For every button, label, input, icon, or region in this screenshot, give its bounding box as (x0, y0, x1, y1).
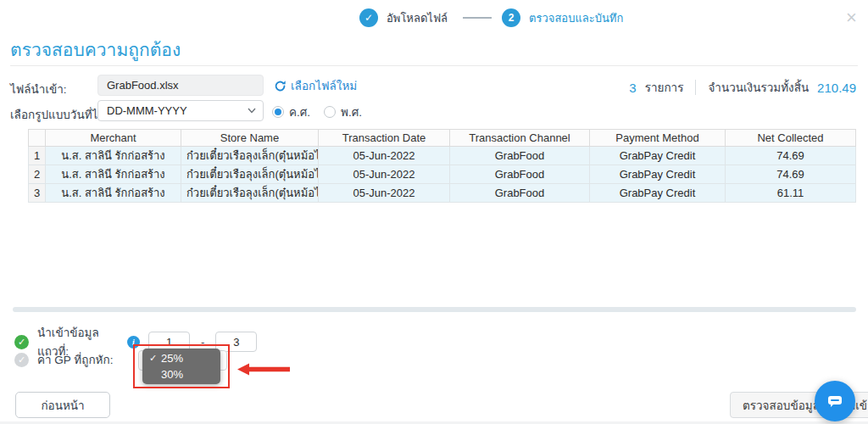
radio-era-ad-label: ค.ศ. (289, 103, 310, 121)
cell-row-number: 2 (29, 165, 46, 184)
radio-era-be-label: พ.ศ. (341, 103, 362, 121)
cell-merchant: น.ส. สาลินี รักก่อสร้าง (46, 184, 181, 203)
step1-done-circle: ✓ (359, 8, 378, 27)
cell-merchant: น.ส. สาลินี รักก่อสร้าง (46, 165, 181, 184)
cell-transaction-date: 05-Jun-2022 (319, 184, 450, 203)
transactions-table: Merchant Store Name Transaction Date Tra… (28, 129, 856, 203)
col-store-name: Store Name (181, 130, 319, 147)
cell-payment-method: GrabPay Credit (590, 147, 726, 165)
file-name-field[interactable]: GrabFood.xlsx (97, 75, 264, 96)
chevron-down-icon (248, 108, 256, 114)
choose-new-file-link[interactable]: เลือกไฟล์ใหม่ (274, 76, 357, 95)
cell-transaction-date: 05-Jun-2022 (319, 165, 450, 184)
green-check-icon: ✓ (14, 335, 29, 349)
radio-era-be[interactable]: พ.ศ. (324, 103, 362, 121)
choose-new-file-label: เลือกไฟล์ใหม่ (291, 76, 357, 95)
import-verify-modal: ✓ อัพโหลดไฟล์ 2 ตรวจสอบและบันทึก × ตรวจส… (0, 0, 868, 424)
cell-net-collected: 61.11 (726, 184, 856, 203)
cell-store-name: ก๋วยเตี๋ยวเรือลุงเล็ก(ตุ๋นหม้อไฟ) - ตล (181, 147, 319, 165)
cell-store-name: ก๋วยเตี๋ยวเรือลุงเล็ก(ตุ๋นหม้อไฟ) - ตล (181, 165, 319, 184)
gp-option-25-label: 25% (161, 352, 183, 365)
gp-fee-label: ค่า GP ที่ถูกหัก: (37, 350, 119, 369)
file-label: ไฟล์นำเข้า: (10, 80, 67, 98)
table-header-row: Merchant Store Name Transaction Date Tra… (29, 130, 856, 147)
annotation-arrow-icon (237, 363, 290, 379)
summary-bar: 3 รายการ จำนวนเงินรวมทั้งสิ้น 210.49 (629, 78, 856, 97)
stepper: ✓ อัพโหลดไฟล์ 2 ตรวจสอบและบันทึก (359, 8, 628, 27)
col-row-number (29, 130, 46, 147)
gray-check-icon: ✓ (14, 353, 29, 367)
cell-transaction-channel: GrabFood (450, 147, 590, 165)
cell-row-number: 3 (29, 184, 46, 203)
page-title: ตรวจสอบความถูกต้อง (10, 36, 181, 64)
cell-merchant: น.ส. สาลินี รักก่อสร้าง (46, 147, 181, 165)
cell-row-number: 1 (29, 147, 46, 165)
cell-transaction-channel: GrabFood (450, 184, 590, 203)
title-divider (10, 65, 858, 66)
stepper-connector (463, 17, 492, 19)
file-name-value: GrabFood.xlsx (107, 79, 179, 92)
cell-net-collected: 74.69 (726, 165, 856, 184)
range-dash: - (201, 336, 204, 349)
radio-selected-icon (272, 106, 284, 118)
gp-option-25[interactable]: ✓ 25% (142, 350, 220, 366)
era-radio-group: ค.ศ. พ.ศ. (272, 103, 362, 121)
row-to-input[interactable]: 3 (215, 332, 257, 352)
step2-number: 2 (509, 12, 515, 24)
gp-option-30-label: 30% (161, 368, 183, 381)
record-count: 3 (629, 81, 636, 95)
chat-icon (826, 392, 844, 410)
check-icon: ✓ (149, 353, 161, 364)
close-icon[interactable]: × (846, 9, 857, 26)
gp-fee-dropdown: ✓ 25% 30% (142, 349, 220, 384)
cell-transaction-date: 05-Jun-2022 (319, 147, 450, 165)
cell-store-name: ก๋วยเตี๋ยวเรือลุงเล็ก(ตุ๋นหม้อไฟ) - ตล (181, 184, 319, 203)
step2-circle: 2 (502, 8, 520, 27)
gp-option-30[interactable]: 30% (142, 366, 220, 382)
gp-fee-row: ✓ ค่า GP ที่ถูกหัก: (14, 350, 119, 369)
summary-divider (695, 80, 696, 95)
date-format-select[interactable]: DD-MMM-YYYY (97, 100, 264, 121)
cell-payment-method: GrabPay Credit (590, 165, 726, 184)
table-row: 1 น.ส. สาลินี รักก่อสร้าง ก๋วยเตี๋ยวเรือ… (29, 147, 856, 165)
date-format-value: DD-MMM-YYYY (107, 104, 187, 117)
horizontal-scrollbar[interactable] (13, 307, 856, 312)
reload-icon (274, 80, 287, 92)
cell-transaction-channel: GrabFood (450, 165, 590, 184)
table-row: 3 น.ส. สาลินี รักก่อสร้าง ก๋วยเตี๋ยวเรือ… (29, 184, 856, 203)
col-payment-method: Payment Method (590, 130, 726, 147)
col-merchant: Merchant (46, 130, 181, 147)
info-icon[interactable]: i (127, 336, 140, 349)
step1-label: อัพโหลดไฟล์ (387, 9, 448, 27)
previous-button[interactable]: ก่อนหน้า (15, 392, 110, 418)
total-amount-label: จำนวนเงินรวมทั้งสิ้น (708, 78, 809, 97)
radio-era-ad[interactable]: ค.ศ. (272, 103, 310, 121)
cell-payment-method: GrabPay Credit (590, 184, 726, 203)
cell-net-collected: 74.69 (726, 147, 856, 165)
col-transaction-channel: Transaction Channel (450, 130, 590, 147)
total-amount-value: 210.49 (817, 81, 856, 95)
col-net-collected: Net Collected (726, 130, 856, 147)
previous-button-label: ก่อนหน้า (41, 396, 84, 415)
table-row: 2 น.ส. สาลินี รักก่อสร้าง ก๋วยเตี๋ยวเรือ… (29, 165, 856, 184)
step2-label: ตรวจสอบและบันทึก (529, 9, 623, 27)
col-transaction-date: Transaction Date (319, 130, 450, 147)
record-count-unit: รายการ (645, 78, 684, 97)
check-icon: ✓ (364, 12, 373, 24)
chat-widget-button[interactable] (815, 381, 855, 421)
radio-unselected-icon (324, 106, 336, 118)
